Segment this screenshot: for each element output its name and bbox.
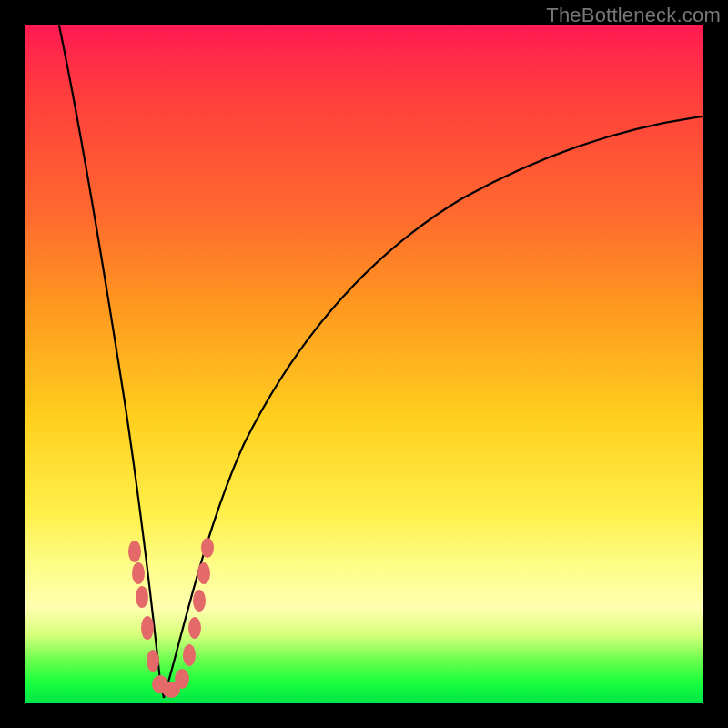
svg-point-10 [193, 590, 206, 612]
svg-point-8 [183, 644, 196, 666]
svg-point-12 [201, 538, 214, 558]
svg-point-3 [141, 616, 154, 640]
svg-point-9 [188, 617, 201, 639]
svg-point-0 [128, 541, 141, 562]
svg-point-2 [136, 586, 148, 608]
svg-point-11 [197, 562, 210, 584]
svg-point-1 [132, 562, 145, 584]
chart-frame: TheBottleneck.com [0, 0, 728, 728]
svg-point-7 [175, 669, 189, 689]
bottleneck-curve [25, 25, 703, 703]
watermark-text: TheBottleneck.com [546, 4, 721, 27]
chart-plot-area [25, 25, 703, 703]
right-curve [164, 116, 703, 698]
svg-point-4 [147, 650, 159, 672]
